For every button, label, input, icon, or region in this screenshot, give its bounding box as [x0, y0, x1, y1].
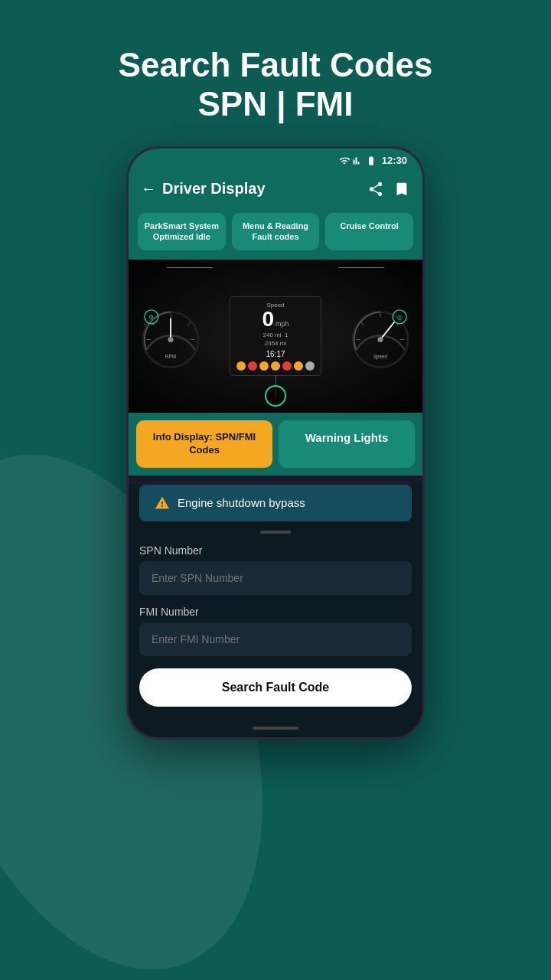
warn-dot-5 [282, 361, 292, 371]
home-indicator [253, 727, 298, 730]
warn-dot-2 [248, 361, 257, 371]
dashboard-time: 16:17 [235, 350, 316, 358]
app-bar-title: Driver Display [162, 180, 266, 198]
speed-unit: mph [276, 320, 289, 328]
share-icon[interactable] [367, 181, 384, 198]
bypass-label: Engine shutdown bypass [178, 496, 305, 509]
odometer2: 2454 mi [235, 340, 316, 347]
warning-icons-row [235, 361, 316, 371]
chip-cruise[interactable]: Cruise Control [325, 213, 413, 250]
annotation-circle-bottom [265, 385, 286, 407]
battery-icon [365, 155, 377, 166]
svg-text:Speed: Speed [373, 354, 388, 360]
warning-lights-button[interactable]: Warning Lights [279, 420, 415, 468]
status-icons [339, 155, 377, 166]
back-button[interactable]: ← [141, 180, 156, 198]
right-gauge: Speed ◎ [346, 302, 415, 371]
header-line2: SPN | FMI [198, 85, 354, 122]
fmi-input[interactable] [139, 622, 412, 656]
spn-label: SPN Number [139, 544, 412, 557]
signal-icon [353, 155, 362, 166]
status-bar: 12:30 [129, 149, 422, 171]
svg-text:◎: ◎ [397, 314, 403, 321]
speed-label: Speed [235, 302, 316, 309]
svg-point-18 [377, 337, 383, 342]
warn-dot-7 [305, 361, 315, 371]
info-display-button[interactable]: Info Display: SPN/FMI Codes [136, 420, 272, 468]
svg-line-13 [361, 322, 364, 326]
left-gauge: RPM ⚙ [136, 302, 205, 371]
chip-menu[interactable]: Menu & Reading Fault codes [232, 213, 320, 250]
app-bar: ← Driver Display [129, 171, 422, 207]
warn-dot-6 [294, 361, 303, 371]
phone-frame: 12:30 ← Driver Display ParkSmart System … [126, 146, 425, 739]
fmi-label: FMI Number [139, 606, 412, 618]
svg-line-3 [187, 322, 191, 326]
bottom-buttons: Info Display: SPN/FMI Codes Warning Ligh… [129, 413, 422, 475]
dashboard-area: RPM ⚙ Speed 0 mph 240 mi 1 2454 mi [129, 260, 422, 413]
spn-input[interactable] [139, 561, 412, 595]
chips-row: ParkSmart System Optimized Idle Menu & R… [129, 207, 422, 260]
search-fault-code-button[interactable]: Search Fault Code [139, 668, 412, 707]
header-line1: Search Fault Codes [119, 46, 433, 83]
svg-text:RPM: RPM [165, 354, 176, 359]
annotation-line-right [338, 267, 384, 268]
warn-dot-1 [236, 361, 246, 371]
svg-point-7 [168, 337, 173, 342]
chip-parksmart[interactable]: ParkSmart System Optimized Idle [138, 213, 226, 250]
app-bar-left: ← Driver Display [141, 180, 266, 198]
annotation-line-left [167, 267, 213, 268]
engine-bypass-button[interactable]: Engine shutdown bypass [139, 485, 412, 521]
status-time: 12:30 [382, 155, 407, 166]
form-area: SPN Number FMI Number Search Fault Code [129, 544, 422, 719]
svg-text:⚙: ⚙ [148, 314, 154, 321]
app-bar-actions [367, 181, 410, 198]
bypass-warning-icon [155, 495, 170, 511]
warn-dot-4 [271, 361, 280, 371]
gauges-container: RPM ⚙ Speed 0 mph 240 mi 1 2454 mi [129, 289, 422, 384]
wifi-icon [339, 155, 350, 166]
app-content: Engine shutdown bypass SPN Number FMI Nu… [129, 485, 422, 719]
speed-value: 0 [262, 309, 274, 330]
page-header: Search Fault Codes SPN | FMI [119, 46, 433, 123]
drag-handle[interactable] [260, 531, 291, 534]
center-display: Speed 0 mph 240 mi 1 2454 mi 16:17 [230, 296, 321, 376]
phone-bottom-bar [129, 719, 422, 737]
warn-dot-3 [259, 361, 269, 371]
bookmark-icon[interactable] [393, 181, 410, 198]
odometer: 240 mi 1 [235, 332, 316, 338]
